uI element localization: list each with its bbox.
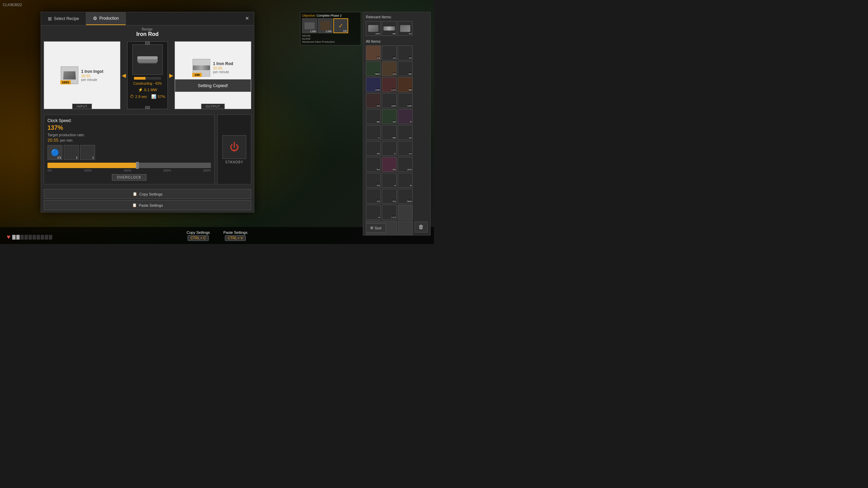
shard-count-2: 1 [76,156,78,159]
sort-button[interactable]: ⊞ Sort [366,223,386,232]
all-item-18[interactable]: 35 [366,141,381,156]
empty-slot-3 [398,221,413,236]
overclock-button[interactable]: OVERCLOCK [112,174,146,181]
count-27: 23 [377,200,380,203]
setting-copied-notification: Setting Copied! [175,79,251,92]
standby-label: STANDBY [225,160,243,164]
health-bar-3 [20,235,24,240]
paste-shortcut-label: Paste Settings [223,230,248,235]
all-item-9[interactable]: 24 [366,93,381,108]
all-item-7[interactable]: 112 [382,77,397,92]
obj-icon-0 [304,22,315,29]
count-17: 16 [409,136,412,139]
all-item-4[interactable]: 24 [382,61,397,76]
mark-200: 200% [163,169,171,172]
health-bar-4 [24,235,28,240]
all-item-2[interactable]: 15 [398,45,413,60]
all-item-24[interactable]: 33 [366,173,381,188]
all-item-6[interactable]: 226 [366,77,381,92]
all-item-10[interactable]: 100 [382,93,397,108]
all-item-3[interactable]: 500 [366,61,381,76]
objective-label: Objective: Complete Phase 2 [302,14,359,17]
standby-icon: ⏻ [230,141,239,152]
machine-status: Constructing · 43% [133,82,162,85]
output-item-image: 199 [193,59,210,77]
all-item-12[interactable]: 86 [366,109,381,124]
all-item-14[interactable]: 5 [398,109,413,124]
all-item-19[interactable]: 2 [382,141,397,156]
health-bar-1 [12,235,16,240]
all-item-8[interactable]: 58 [398,77,413,92]
shard-slot-3[interactable]: 1 [80,145,95,160]
health-bar-2 [16,235,20,240]
all-item-15[interactable]: 1 [366,125,381,140]
input-arrow[interactable]: ◀ [120,41,127,109]
controls-area: Clock Speed: 137% Target production rate… [41,112,254,187]
count-0: 13 [377,57,380,60]
all-item-16[interactable]: 66 [382,125,397,140]
output-arrow[interactable]: ▶ [168,41,175,109]
health-bar-7 [37,235,40,240]
tab-production[interactable]: ⚙ Production [86,12,126,25]
tab-production-label: Production [99,16,119,21]
output-item: 199 1 Iron Rod 20.55 per minute [193,59,233,77]
count-19: 2 [394,152,396,155]
objective-items: 1,000 1,000 ✓ 100 [302,18,359,33]
all-item-22[interactable]: 95 [382,157,397,172]
input-item-rate: 20.55 [81,74,103,78]
count-18: 35 [377,152,380,155]
shard-slot-2[interactable]: 1 [64,145,79,160]
all-item-17[interactable]: 16 [398,125,413,140]
count-2: 15 [409,57,412,60]
count-13: 34 [393,120,396,123]
obj-item-0: 1,000 [302,18,317,33]
copy-settings-button[interactable]: 📋 Copy Settings [44,189,251,199]
production-tab-icon: ⚙ [93,16,97,21]
progress-bar-fill [134,77,145,80]
all-item-21[interactable]: 54 [366,157,381,172]
health-bar-5 [28,235,32,240]
empty-slot-0 [398,205,413,220]
all-item-13[interactable]: 34 [382,109,397,124]
relevant-item-2[interactable]: 33 [398,21,413,36]
relevant-items-title: Relevant Items: [366,15,428,19]
relevant-item-1[interactable]: 86 [382,21,397,36]
all-item-26[interactable]: 6 [398,173,413,188]
shard-slot-1[interactable]: 🔵 1/1 [47,145,62,160]
all-item-5[interactable]: 66 [398,61,413,76]
paste-icon: 📋 [132,203,137,207]
shard-count-3: 1 [92,156,94,159]
count-10: 100 [391,104,396,107]
obj-checkmark: ✓ [338,22,343,29]
recipe-tab-icon: ⊞ [48,16,52,21]
mark-100: 100% [84,169,92,172]
obj-count-1: 1,000 [326,30,332,33]
all-item-27[interactable]: 23 [366,189,381,204]
input-item-unit: per minute [81,78,103,82]
all-item-11[interactable]: 100 [398,93,413,108]
all-item-29[interactable]: 500 [398,189,413,204]
all-item-25[interactable]: 4 [382,173,397,188]
clock-slider-track [47,163,211,168]
all-item-0[interactable]: 13 [366,45,381,60]
count-9: 24 [377,104,380,107]
mark-250: 250% [203,169,211,172]
paste-settings-button[interactable]: 📋 Paste Settings [44,200,251,210]
delete-button[interactable]: 🗑 [415,222,428,232]
all-item-28[interactable]: 93 [382,189,397,204]
all-item-31[interactable]: 113 [382,205,397,220]
tab-select-recipe[interactable]: ⊞ Select Recipe [41,12,86,25]
relevant-item-0[interactable]: 100 [366,21,381,36]
clock-slider[interactable]: 0% 100% 150% 200% 250% [47,163,211,172]
clock-marks: 0% 100% 150% 200% 250% [47,169,211,172]
close-button[interactable]: ✕ [240,12,254,25]
count-25: 4 [394,184,396,187]
all-item-23[interactable]: 200 [398,157,413,172]
prev-recipe-button[interactable]: ◀ [121,72,126,79]
all-item-30[interactable]: 4 [366,205,381,220]
all-item-20[interactable]: 14 [398,141,413,156]
recipe-name: Iron Rod [41,31,254,37]
all-item-1[interactable]: 10 [382,45,397,60]
standby-button[interactable]: ⏻ [222,135,246,159]
next-recipe-button[interactable]: ▶ [169,72,174,79]
